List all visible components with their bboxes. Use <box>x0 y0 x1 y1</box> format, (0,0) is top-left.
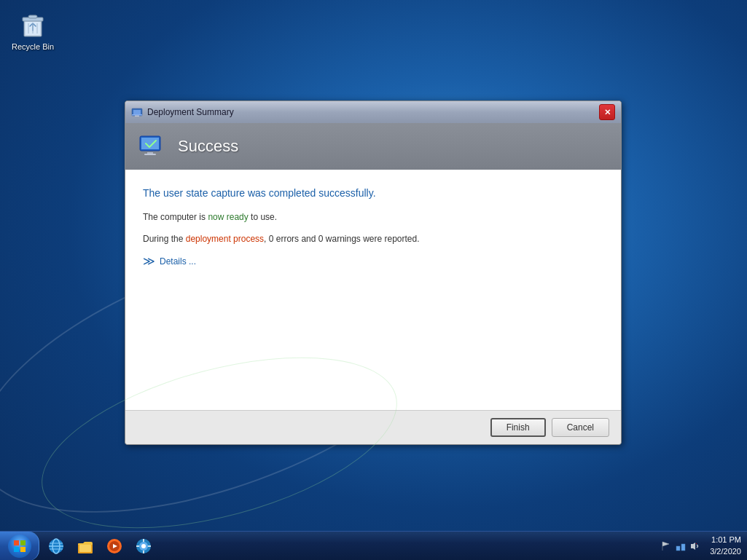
svg-point-31 <box>141 544 146 548</box>
svg-rect-8 <box>133 110 141 114</box>
dialog-overlay: Deployment Summary ✕ Success <box>0 0 747 560</box>
svg-rect-9 <box>132 114 142 116</box>
now-ready-highlight: now ready <box>208 212 248 222</box>
taskbar-explorer-icon[interactable] <box>71 533 99 559</box>
taskbar-deployment-icon[interactable] <box>130 533 157 559</box>
dialog-header: Success <box>125 123 621 170</box>
dialog-titlebar: Deployment Summary ✕ <box>125 101 621 123</box>
taskbar-right: 1:01 PM 3/2/2020 <box>654 535 747 557</box>
start-orb <box>8 535 31 558</box>
taskbar-icons-area <box>39 533 654 559</box>
details-chevron-icon: ≫ <box>143 254 155 268</box>
dialog-header-title: Success <box>178 137 238 156</box>
ready-line: The computer is now ready to use. <box>143 210 603 224</box>
system-clock[interactable]: 1:01 PM 3/2/2020 <box>705 535 741 557</box>
desktop: Recycle Bin Deployment Summary ✕ <box>0 0 747 560</box>
dialog-close-button[interactable]: ✕ <box>599 104 615 120</box>
dialog-header-icon <box>137 132 166 161</box>
dialog-title-left: Deployment Summary <box>131 106 234 118</box>
svg-rect-18 <box>20 547 26 552</box>
dialog-title-text: Deployment Summary <box>147 107 234 117</box>
notification-flag-icon[interactable] <box>660 540 672 552</box>
svg-rect-14 <box>144 154 156 155</box>
dialog-body: The user state capture was completed suc… <box>125 170 621 410</box>
svg-rect-36 <box>676 546 680 551</box>
volume-icon[interactable] <box>689 540 701 552</box>
media-player-icon <box>106 537 123 555</box>
svg-rect-10 <box>135 116 139 117</box>
errors-line: During the deployment process, 0 errors … <box>143 232 603 245</box>
svg-rect-25 <box>79 545 91 552</box>
success-message: The user state capture was completed suc… <box>143 187 603 199</box>
svg-rect-17 <box>14 547 19 552</box>
svg-rect-12 <box>141 138 159 149</box>
details-row[interactable]: ≫ Details ... <box>143 254 603 268</box>
finish-button[interactable]: Finish <box>490 418 546 437</box>
network-icon[interactable] <box>675 540 687 552</box>
deployment-summary-dialog: Deployment Summary ✕ Success <box>125 100 622 445</box>
svg-marker-39 <box>691 543 695 550</box>
svg-rect-16 <box>20 540 26 545</box>
cancel-button[interactable]: Cancel <box>552 418 609 437</box>
system-tray <box>660 540 701 552</box>
svg-rect-38 <box>696 543 697 544</box>
start-button[interactable] <box>0 532 39 561</box>
clock-time: 1:01 PM <box>710 535 741 545</box>
ie-icon <box>47 537 65 555</box>
taskbar-ie-icon[interactable] <box>42 533 70 559</box>
details-label[interactable]: Details ... <box>160 256 196 267</box>
taskbar-media-icon[interactable] <box>101 533 128 559</box>
folder-icon <box>77 537 94 555</box>
svg-rect-37 <box>681 544 685 551</box>
windows-logo-icon <box>13 540 26 553</box>
dialog-title-icon <box>131 106 143 118</box>
dialog-footer: Finish Cancel <box>125 410 621 444</box>
setup-icon <box>135 537 152 555</box>
deployment-process-highlight: deployment process <box>186 234 264 244</box>
svg-rect-15 <box>14 540 19 545</box>
taskbar: 1:01 PM 3/2/2020 <box>0 531 747 560</box>
clock-date: 3/2/2020 <box>710 546 741 557</box>
